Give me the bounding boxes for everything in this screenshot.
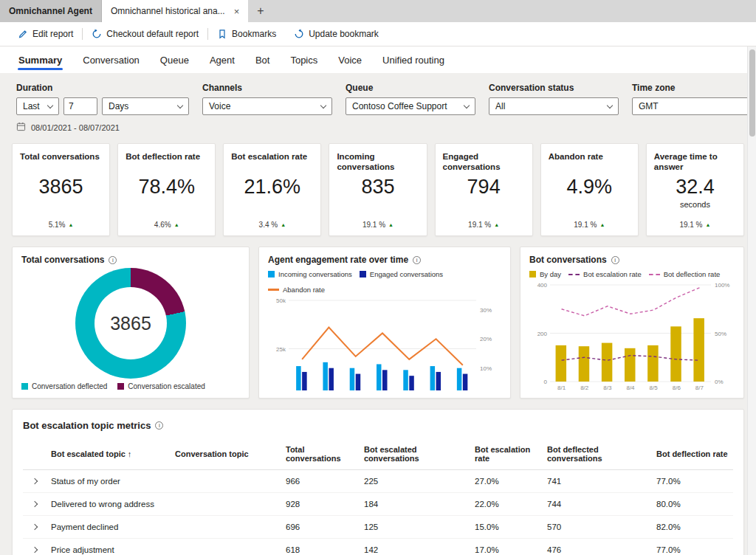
- timezone-filter-group: Time zone GMT: [632, 83, 756, 115]
- checkout-default-report-button[interactable]: Checkout default report: [83, 29, 207, 39]
- cell-total: 618: [286, 545, 364, 554]
- svg-text:8/3: 8/3: [603, 385, 612, 390]
- channels-select[interactable]: Voice: [202, 97, 332, 115]
- up-triangle-icon: ▲: [706, 222, 711, 227]
- app-tab-label: Omnichannel historical ana...: [111, 6, 225, 16]
- timezone-select[interactable]: GMT: [632, 97, 756, 115]
- cell-deflection-rate: 77.0%: [656, 477, 733, 486]
- agent-engagement-combo-chart[interactable]: 50k25k0k30%20%10%8/18/28/38/48/58/68/7: [268, 295, 501, 390]
- expand-chevron-icon[interactable]: [32, 524, 38, 530]
- channels-label: Channels: [202, 83, 332, 93]
- combo-chart-legend: Incoming conversations Engaged conversat…: [268, 270, 501, 294]
- kpi-delta: 3.4 %▲: [231, 221, 313, 229]
- cell-escalation-rate: 15.0%: [475, 523, 547, 531]
- col-total-conversations[interactable]: Total conversations: [286, 440, 364, 469]
- queue-select[interactable]: Contoso Coffee Support: [346, 97, 475, 115]
- scrollbar-thumb[interactable]: [749, 49, 755, 137]
- tab-conversation[interactable]: Conversation: [82, 49, 140, 72]
- svg-text:20%: 20%: [480, 336, 492, 342]
- bookmarks-label: Bookmarks: [232, 29, 276, 39]
- chevron-down-icon: [320, 102, 326, 108]
- conversation-status-select[interactable]: All: [489, 97, 619, 115]
- app-tab-omnichannel-agent[interactable]: Omnichannel Agent: [0, 0, 102, 22]
- kpi-value: 4.9%: [549, 176, 630, 199]
- table-row-price-adjustment[interactable]: Price adjustment 618 142 17.0% 476 77.0%: [23, 539, 733, 555]
- new-tab-button[interactable]: +: [248, 0, 272, 22]
- legend-dash-swatch: [568, 274, 580, 275]
- up-triangle-icon: ▲: [494, 222, 499, 227]
- legend-bot-escalation-rate: Bot escalation rate: [568, 270, 642, 278]
- col-bot-escalation-rate[interactable]: Bot escalation rate: [475, 440, 547, 469]
- svg-text:0: 0: [544, 379, 548, 385]
- kpi-incoming-conversations: Incoming conversations 835 19.1 %▲: [329, 143, 427, 236]
- up-triangle-icon: ▲: [69, 222, 74, 227]
- col-bot-escalated-topic[interactable]: Bot escalated topic↑: [51, 444, 175, 465]
- app-tab-historical-analytics[interactable]: Omnichannel historical ana... ×: [102, 0, 248, 22]
- cell-topic: Price adjustment: [51, 545, 175, 554]
- conversation-status-value: All: [495, 101, 505, 111]
- kpi-delta: 19.1 %▲: [549, 221, 630, 229]
- table-row-status-of-my-order[interactable]: Status of my order 966 225 27.0% 741 77.…: [23, 470, 733, 493]
- col-bot-escalated-conversations[interactable]: Bot escalated conversations: [364, 440, 475, 469]
- queue-label: Queue: [346, 83, 475, 93]
- cell-escalation-rate: 27.0%: [475, 477, 547, 486]
- chevron-down-icon: [464, 102, 470, 108]
- kpi-value: 794: [443, 176, 525, 199]
- tab-agent[interactable]: Agent: [209, 49, 236, 72]
- duration-value-input[interactable]: [63, 97, 97, 115]
- cell-topic: Status of my order: [51, 477, 175, 486]
- duration-unit-select[interactable]: Days: [102, 97, 189, 115]
- expand-chevron-icon[interactable]: [32, 547, 38, 553]
- tab-topics[interactable]: Topics: [289, 49, 318, 72]
- tab-voice[interactable]: Voice: [337, 49, 362, 72]
- svg-text:50k: 50k: [276, 297, 286, 304]
- conversation-status-filter-group: Conversation status All: [489, 83, 619, 115]
- tab-bot[interactable]: Bot: [255, 49, 271, 72]
- svg-text:100%: 100%: [715, 282, 729, 289]
- cell-deflection-rate: 82.0%: [656, 523, 733, 531]
- expand-chevron-icon[interactable]: [32, 501, 38, 507]
- edit-report-button[interactable]: Edit report: [9, 29, 82, 39]
- tab-queue[interactable]: Queue: [159, 49, 190, 72]
- kpi-delta: 19.1 %▲: [443, 221, 525, 229]
- edit-report-label: Edit report: [32, 29, 73, 39]
- legend-swatch: [21, 383, 28, 390]
- legend-dash-swatch: [649, 274, 660, 275]
- duration-last-select[interactable]: Last: [16, 97, 59, 115]
- col-bot-deflection-rate[interactable]: Bot deflection rate: [656, 444, 733, 465]
- bot-conversations-combo-chart[interactable]: 4002000100%50%0%8/18/28/38/48/58/68/7: [529, 280, 736, 390]
- svg-text:0%: 0%: [715, 379, 724, 385]
- close-tab-icon[interactable]: ×: [234, 6, 240, 17]
- svg-text:8/1: 8/1: [557, 385, 566, 390]
- donut-chart[interactable]: 3865: [75, 268, 186, 379]
- chart-title: Agent engagement rate over time: [268, 255, 408, 265]
- legend-engaged-conversations: Engaged conversations: [360, 270, 443, 278]
- vertical-scrollbar[interactable]: [747, 46, 756, 555]
- kpi-title: Average time to answer: [654, 151, 736, 173]
- tab-unified-routing[interactable]: Unified routing: [382, 49, 445, 72]
- col-bot-deflected-conversations[interactable]: Bot deflected conversations: [547, 440, 656, 469]
- table-row-delivered-to-wrong-address[interactable]: Delivered to wrong address 928 184 22.0%…: [23, 493, 733, 516]
- duration-filter-group: Duration Last Days: [16, 83, 189, 115]
- update-bookmark-button[interactable]: Update bookmark: [285, 29, 388, 39]
- app-window: Omnichannel Agent Omnichannel historical…: [0, 0, 756, 555]
- bot-escalation-topic-metrics-card: Bot escalation topic metrics i Bot escal…: [12, 409, 744, 555]
- legend-incoming-conversations: Incoming conversations: [268, 270, 352, 278]
- col-conversation-topic[interactable]: Conversation topic: [175, 444, 286, 465]
- kpi-title: Engaged conversations: [443, 151, 525, 173]
- kpi-title: Total conversations: [20, 151, 102, 173]
- cell-total: 928: [286, 500, 364, 509]
- table-row-payment-declined[interactable]: Payment declined 696 125 15.0% 570 82.0%: [23, 516, 733, 539]
- expand-chevron-icon[interactable]: [32, 478, 38, 484]
- chevron-down-icon: [607, 102, 613, 108]
- kpi-title: Incoming conversations: [337, 151, 419, 173]
- cell-escalated: 184: [364, 500, 475, 509]
- legend-swatch: [268, 271, 275, 278]
- app-tab-bar: Omnichannel Agent Omnichannel historical…: [0, 0, 756, 22]
- up-triangle-icon: ▲: [388, 222, 394, 227]
- queue-value: Contoso Coffee Support: [352, 101, 447, 111]
- tab-summary[interactable]: Summary: [18, 49, 63, 72]
- bookmarks-button[interactable]: Bookmarks: [208, 29, 285, 39]
- kpi-row: Total conversations 3865 5.1%▲ Bot defle…: [0, 133, 756, 236]
- cell-total: 696: [286, 523, 364, 531]
